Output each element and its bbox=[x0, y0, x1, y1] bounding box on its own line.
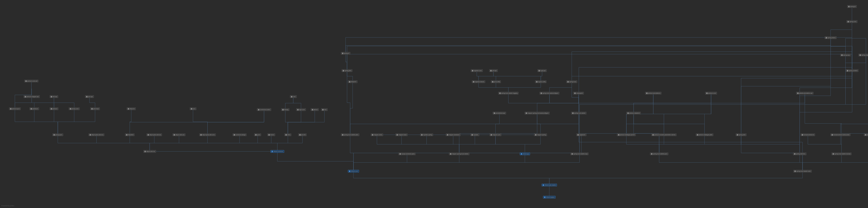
node-jackson-json[interactable]: jackson-json bbox=[9, 107, 21, 110]
node-snakeyaml[interactable]: snakeyaml bbox=[573, 92, 584, 95]
node-label: hutool bbox=[270, 134, 274, 136]
node-logback-classic[interactable]: logback-classic bbox=[472, 80, 485, 83]
node-jakarta-annotation-api[interactable]: jakarta.annotation-api bbox=[796, 92, 813, 95]
node-jackson-datatype-jsr310[interactable]: jackson-datatype-jsr310 bbox=[617, 134, 636, 136]
node-httpcore[interactable]: httpcore bbox=[127, 107, 136, 110]
node-mapper-spring[interactable]: mapper-spring bbox=[534, 134, 547, 136]
node-spring-tx[interactable]: spring-tx bbox=[341, 52, 350, 55]
node-jackson-datatype-jdk8[interactable]: jackson-datatype-jdk8 bbox=[696, 134, 713, 136]
node-spring-jcl[interactable]: spring-jcl bbox=[847, 5, 857, 8]
node-jboss-logging[interactable]: jboss-logging bbox=[864, 134, 868, 136]
node-aliyun-java-sdk-ecs[interactable]: aliyun-java-sdk-ecs bbox=[89, 134, 104, 136]
node-spring-webmvc[interactable]: spring-webmvc bbox=[793, 152, 806, 155]
node-log4j-to-slf4j[interactable]: log4j-to-slf4j bbox=[535, 80, 547, 83]
node-label: idcc bbox=[324, 109, 327, 110]
node-label: spring-context bbox=[849, 70, 858, 71]
node-aliyun-java-sdk-sts[interactable]: aliyun-java-sdk-sts bbox=[147, 134, 162, 136]
module-icon bbox=[860, 55, 861, 56]
node-jaxb-impl[interactable]: jaxb-impl bbox=[90, 107, 100, 110]
node-hikaricp[interactable]: HikariCP bbox=[348, 80, 358, 83]
node-mapper-base[interactable]: mapper-base bbox=[396, 134, 408, 136]
node-label: jboss-logging bbox=[867, 134, 868, 136]
node-log4j-api[interactable]: log4j-api bbox=[537, 69, 547, 72]
node-aliyun-sdk-rds[interactable]: aliyun-sdk-rds bbox=[144, 150, 156, 153]
node-jackson-module-param[interactable]: jackson-module-parameter-names bbox=[651, 134, 677, 136]
module-icon bbox=[737, 134, 738, 136]
node-jackbson[interactable]: jackbson bbox=[30, 107, 39, 110]
node-jackson-databind[interactable]: jackson-databind bbox=[626, 112, 641, 114]
node-yml-api[interactable]: yml-api bbox=[489, 69, 498, 72]
node-core[interactable]: core bbox=[290, 95, 297, 98]
node-sb-starter-json[interactable]: spring-boot-starter-json bbox=[650, 152, 669, 155]
node-mapper-core[interactable]: mapper-core bbox=[490, 134, 501, 136]
node-mapper-extra[interactable]: mapper-extra bbox=[371, 134, 383, 136]
node-sb-autoconfigure[interactable]: spring-boot-autoconfigure bbox=[539, 92, 559, 95]
node-label: logback-classic bbox=[475, 81, 484, 82]
node-jul-to-slf4j[interactable]: jul-to-slf4j bbox=[491, 80, 501, 83]
node-tomcat-embed-el[interactable]: tomcat-embed-el bbox=[801, 134, 815, 136]
node-mapper-sb-starter[interactable]: mapper-spring-boot-starter bbox=[449, 152, 469, 155]
node-shiro[interactable]: shiro bbox=[284, 134, 291, 136]
node-spring-expression[interactable]: spring-expression bbox=[859, 54, 868, 56]
node-spring-web[interactable]: spring-web bbox=[736, 134, 746, 136]
node-jakcon[interactable]: jakcon bbox=[311, 108, 319, 111]
node-spring-beans[interactable]: spring-beans bbox=[825, 36, 837, 39]
node-jackson[interactable]: jackson bbox=[50, 107, 58, 110]
node-persistence-api[interactable]: persistence-api bbox=[493, 112, 506, 114]
node-mybatis-spring[interactable]: mybatis-spring bbox=[420, 134, 433, 136]
node-sign-core[interactable]: sign-core bbox=[296, 108, 306, 111]
node-label: jsqlparser bbox=[579, 134, 585, 136]
node-label: d4rent-common bbox=[273, 151, 283, 152]
node-json-lib[interactable]: json-lib bbox=[298, 134, 307, 136]
node-sb-starter-jdbc[interactable]: spring-boot-starter-jdbc bbox=[341, 134, 359, 136]
node-jsqlparser[interactable]: jsqlparser bbox=[576, 134, 586, 136]
node-d4rent-web-starter[interactable]: d4rent-web-starter bbox=[541, 184, 557, 186]
node-aliyun-java-sdk-core[interactable]: aliyun-java-sdk-core bbox=[199, 134, 216, 136]
module-icon bbox=[10, 108, 11, 109]
node-sb-starter-logging[interactable]: spring-boot-starter-logging bbox=[498, 92, 519, 95]
node-jersey-core[interactable]: jersey-core bbox=[69, 107, 80, 110]
node-spring-context[interactable]: spring-context bbox=[846, 69, 859, 72]
node-hutool[interactable]: hutool bbox=[267, 134, 275, 136]
node-aliyun-sdk-oss[interactable]: aliyun-sdk-oss bbox=[173, 134, 185, 136]
node-jersey-json[interactable]: jersey-json bbox=[53, 134, 63, 136]
node-jsch-api[interactable]: jsch-api bbox=[85, 95, 94, 98]
node-json[interactable]: json bbox=[190, 107, 196, 110]
node-mapper-weekend[interactable]: mapper-weekend bbox=[446, 134, 461, 136]
node-label: mapper-weekend bbox=[449, 134, 460, 136]
node-mysql-connector-java[interactable]: mysql-connector-java bbox=[398, 152, 415, 155]
node-sb-starter-aop[interactable]: spring-boot-starter-aop bbox=[570, 152, 589, 155]
node-idcc[interactable]: idcc bbox=[321, 108, 328, 111]
node-mapper-sb-autoconf[interactable]: mapper-spring-boot-autoconfigure bbox=[525, 112, 550, 114]
node-mybatis[interactable]: mybatis bbox=[470, 134, 479, 136]
node-sb-starter-tomcat[interactable]: spring-boot-starter-tomcat bbox=[832, 152, 851, 155]
node-spring-aop[interactable]: spring-aop bbox=[840, 54, 851, 56]
module-icon bbox=[91, 108, 93, 109]
node-jackson-core[interactable]: jackson-core bbox=[705, 92, 717, 95]
node-sb-starter-web[interactable]: spring-boot-starter-web bbox=[793, 170, 812, 172]
node-commons-codec[interactable]: commons-codec bbox=[257, 108, 271, 111]
module-icon bbox=[397, 134, 398, 136]
node-tomcat-embed-websocket[interactable]: tomcat-embed-websocket bbox=[831, 134, 850, 136]
node-sb-starter[interactable]: spring-boot-starter bbox=[571, 112, 586, 114]
node-d4rent-api[interactable]: d4rent-api bbox=[520, 152, 530, 155]
node-d4rent-core[interactable]: d4rent-core bbox=[348, 170, 359, 172]
node-jackson-mapper-asl[interactable]: jackson-mapper-asl bbox=[24, 95, 40, 98]
module-icon bbox=[540, 93, 542, 94]
node-spring-core[interactable]: spring-core bbox=[846, 20, 858, 23]
module-icon bbox=[567, 81, 569, 82]
node-logback-core[interactable]: logback-core bbox=[471, 69, 483, 72]
module-icon bbox=[51, 108, 52, 109]
node-jackson-annotations[interactable]: jackson-annotations bbox=[645, 92, 661, 95]
node-spring-boot[interactable]: spring-boot bbox=[566, 80, 577, 83]
node-d4rent-common[interactable]: d4rent-common bbox=[271, 150, 284, 153]
node-hk2-api[interactable]: hk2-api bbox=[50, 95, 58, 98]
node-gson[interactable]: gson bbox=[254, 134, 261, 136]
node-spring-jdbc[interactable]: spring-jdbc bbox=[342, 69, 352, 72]
node-freesig[interactable]: freesig bbox=[281, 108, 289, 111]
node-commons-lang3[interactable]: commons-lang3 bbox=[232, 134, 247, 136]
node-label: httpclient bbox=[128, 134, 133, 136]
node-httpclient[interactable]: httpclient bbox=[125, 134, 134, 136]
node-d4rent-duplus[interactable]: d4rent-duplus bbox=[543, 196, 556, 199]
node-jackson-core-asl[interactable]: jackson-core-asl bbox=[24, 80, 38, 82]
